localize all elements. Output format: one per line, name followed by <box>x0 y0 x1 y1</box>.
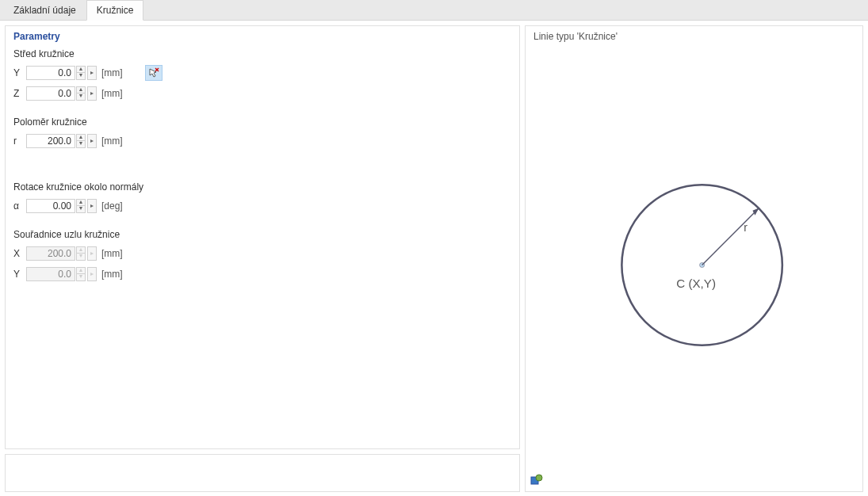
group-center-label: Střed kružnice <box>13 48 511 59</box>
rotation-alpha-menu[interactable]: ▸ <box>87 199 97 213</box>
radius-r-menu[interactable]: ▸ <box>87 134 97 148</box>
center-y-spin-down[interactable]: ▼ <box>76 73 86 80</box>
tab-basic[interactable]: Základní údaje <box>3 0 86 20</box>
preview-panel: Linie typu 'Kružnice' r C (X,Y) <box>525 25 863 492</box>
svg-point-7 <box>536 475 542 481</box>
comment-panel[interactable] <box>5 454 520 492</box>
radius-r-label: r <box>13 135 26 147</box>
center-z-label: Z <box>13 88 26 99</box>
center-z-unit: [mm] <box>101 88 123 99</box>
tab-bar: Základní údaje Kružnice <box>0 0 868 21</box>
section-title: Parametry <box>13 31 511 42</box>
node-y-spin-down: ▼ <box>76 274 86 281</box>
pick-point-icon <box>148 67 159 78</box>
group-radius-label: Poloměr kružnice <box>13 116 511 128</box>
node-y-label: Y <box>13 269 26 280</box>
rotation-alpha-label: α <box>13 200 26 212</box>
node-y-unit: [mm] <box>101 269 123 280</box>
preview-settings-icon <box>530 474 543 486</box>
tab-circle[interactable]: Kružnice <box>86 0 144 21</box>
radius-label-text: r <box>744 221 748 234</box>
pick-point-button[interactable] <box>145 65 163 81</box>
center-z-spin-down[interactable]: ▼ <box>76 93 86 101</box>
node-x-label: X <box>13 248 26 259</box>
rotation-alpha-input[interactable] <box>26 199 75 213</box>
center-y-menu[interactable]: ▸ <box>87 66 97 80</box>
radius-r-spin-down[interactable]: ▼ <box>76 141 86 148</box>
radius-r-input[interactable] <box>26 134 75 148</box>
node-y-menu: ▸ <box>87 267 97 281</box>
center-z-input[interactable] <box>26 86 75 101</box>
svg-line-4 <box>702 208 759 265</box>
parameters-panel: Parametry Střed kružnice Y ▲ ▼ ▸ [mm] <box>5 25 520 449</box>
center-y-label: Y <box>13 67 26 78</box>
preview-settings-button[interactable] <box>530 474 543 486</box>
node-x-menu: ▸ <box>87 246 97 261</box>
center-y-unit: [mm] <box>101 67 123 78</box>
main-layout: Parametry Střed kružnice Y ▲ ▼ ▸ [mm] <box>0 21 868 496</box>
preview-title: Linie typu 'Kružnice' <box>533 31 855 42</box>
group-rotation-label: Rotace kružnice okolo normály <box>13 181 511 193</box>
center-label-text: C (X,Y) <box>676 277 716 290</box>
node-y-input <box>26 267 75 281</box>
rotation-alpha-unit: [deg] <box>101 200 123 212</box>
node-x-spin-down: ▼ <box>76 254 86 261</box>
node-x-input <box>26 246 75 261</box>
group-node-label: Souřadnice uzlu kružnice <box>13 229 511 240</box>
circle-preview: r C (X,Y) <box>533 45 855 485</box>
radius-r-unit: [mm] <box>101 135 123 147</box>
rotation-alpha-spin-down[interactable]: ▼ <box>76 206 86 213</box>
center-y-input[interactable] <box>26 66 75 80</box>
node-x-unit: [mm] <box>101 248 123 259</box>
center-z-menu[interactable]: ▸ <box>87 86 97 101</box>
